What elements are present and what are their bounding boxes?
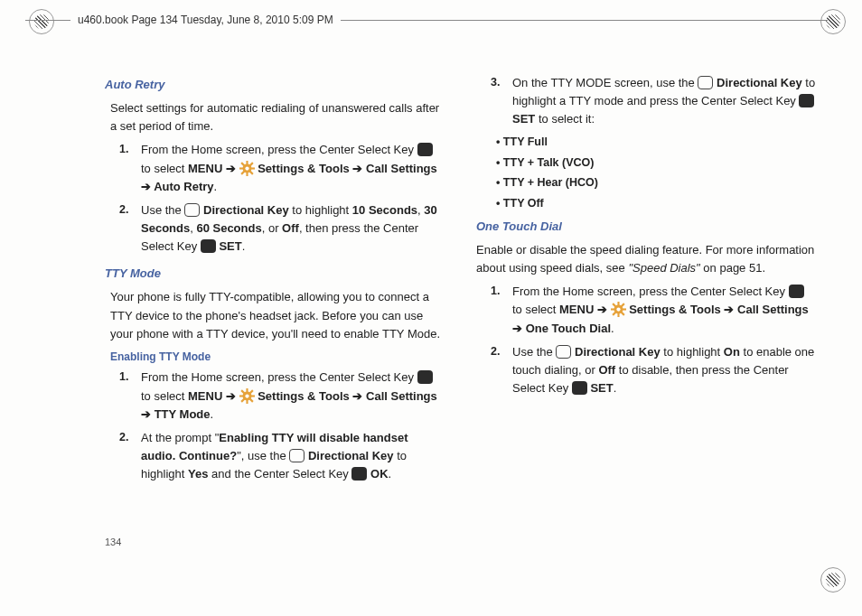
one-touch-intro: Enable or disable the speed dialing feat… [476, 241, 817, 277]
subheading-enabling-tty: Enabling TTY Mode [110, 349, 445, 366]
tty-step1: 1. From the Home screen, press the Cente… [141, 369, 445, 423]
center-select-key-icon [789, 285, 804, 298]
column-right: 3. On the TTY MODE screen, use the Direc… [476, 74, 817, 553]
center-select-key-icon [799, 94, 814, 107]
svg-point-5 [245, 166, 248, 170]
tty-opt-vco: TTY + Talk (VCO) [496, 154, 817, 172]
registration-mark-tr [820, 9, 846, 34]
tty-mode-intro: Your phone is fully TTY-compatible, allo… [110, 288, 445, 342]
tty-opt-full: TTY Full [496, 134, 817, 151]
center-select-key-icon [417, 143, 433, 156]
tty-step2: 2. At the prompt "Enabling TTY will disa… [141, 429, 445, 483]
heading-auto-retry: Auto Retry [105, 76, 445, 94]
auto-retry-step2: 2. Use the Directional Key to highlight … [141, 201, 445, 256]
registration-mark-br [820, 567, 846, 593]
center-select-key-icon [201, 239, 216, 253]
directional-key-icon [556, 345, 571, 359]
gear-icon [239, 388, 255, 404]
center-select-key-icon [572, 381, 587, 395]
tty-opt-off: TTY Off [496, 195, 817, 212]
svg-point-11 [245, 394, 248, 397]
gear-icon [239, 161, 255, 176]
column-left: Auto Retry Select settings for automatic… [105, 74, 445, 553]
tty-opt-hco: TTY + Hear (HCO) [496, 174, 817, 191]
auto-retry-intro: Select settings for automatic redialing … [110, 99, 445, 135]
directional-key-icon [184, 203, 200, 217]
page-number: 134 [105, 537, 121, 547]
registration-mark-tl [29, 9, 54, 34]
directional-key-icon [698, 76, 713, 89]
auto-retry-step1: 1. From the Home screen, press the Cente… [141, 141, 445, 195]
page-header: u460.book Page 134 Tuesday, June 8, 2010… [70, 14, 341, 26]
gear-icon [611, 302, 626, 317]
svg-point-17 [616, 308, 620, 312]
tty-step3: 3. On the TTY MODE screen, use the Direc… [512, 74, 817, 128]
directional-key-icon [289, 449, 305, 462]
page-content: Auto Retry Select settings for automatic… [105, 74, 817, 553]
center-select-key-icon [351, 467, 367, 481]
otd-step2: 2. Use the Directional Key to highlight … [512, 343, 817, 397]
otd-step1: 1. From the Home screen, press the Cente… [512, 283, 817, 337]
center-select-key-icon [417, 370, 433, 384]
heading-one-touch-dial: One Touch Dial [476, 218, 817, 236]
heading-tty-mode: TTY Mode [105, 265, 445, 283]
